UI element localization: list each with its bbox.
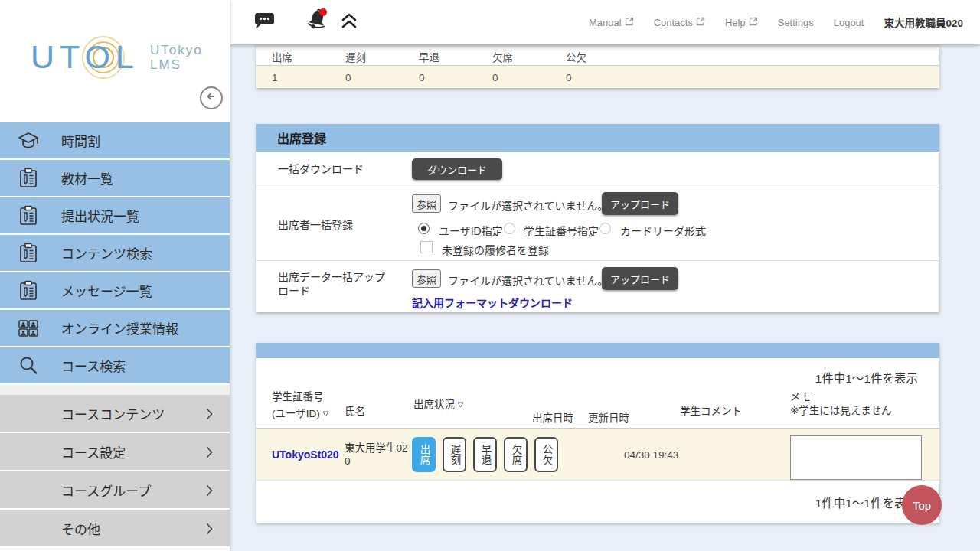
chevron-right-icon xyxy=(206,446,213,461)
format-download-link[interactable]: 記入用フォーマットダウンロード xyxy=(412,295,573,310)
sidebar-item-online-class-info[interactable]: オンライン授業情報 xyxy=(0,310,230,347)
browse-file-button[interactable]: 参照 xyxy=(412,269,441,288)
download-button[interactable]: ダウンロード xyxy=(412,158,502,180)
no-file-selected-text: ファイルが選択されていません。 xyxy=(448,272,608,288)
memo-textarea[interactable] xyxy=(790,435,922,480)
main-content: 出席 遅刻 早退 欠席 公欠 1 0 0 0 0 出席登録 一括ダウンロード ダ… xyxy=(230,44,980,551)
sidebar-item-label: メッセージ一覧 xyxy=(61,281,152,300)
col-header-attend-time: 出席日時 xyxy=(532,410,573,427)
sidebar-item-others[interactable]: その他 xyxy=(0,510,230,548)
sort-icon[interactable] xyxy=(457,396,464,413)
sidebar-item-label: 提出状況一覧 xyxy=(61,206,139,225)
sidebar-item-label: コース検索 xyxy=(61,356,126,375)
search-icon xyxy=(15,355,41,377)
summary-value: 0 xyxy=(345,72,351,83)
unregistered-students-checkbox[interactable] xyxy=(420,241,433,253)
messages-button[interactable] xyxy=(254,0,275,44)
col-header-student-id[interactable]: 学生証番号 (ユーザID) xyxy=(272,389,329,422)
sidebar-item-course-search[interactable]: コース検索 xyxy=(0,347,230,385)
table-top-bar xyxy=(256,343,939,358)
sidebar-item-course-group[interactable]: コースグループ xyxy=(0,471,230,510)
no-file-selected-text: ファイルが選択されていません。 xyxy=(448,197,608,213)
data-bulk-upload-row: 出席データ一括アップロード 参照 ファイルが選択されていません。 アップロード … xyxy=(256,261,939,311)
sidebar-item-submission-status[interactable]: 提出状況一覧 xyxy=(0,197,230,235)
upload-button[interactable]: アップロード xyxy=(602,192,678,215)
settings-link[interactable]: Settings xyxy=(778,17,814,28)
sidebar-item-label: コース設定 xyxy=(61,442,126,461)
attendance-summary-table: 出席 遅刻 早退 欠席 公欠 1 0 0 0 0 xyxy=(256,44,939,88)
materials-list-icon xyxy=(15,168,41,189)
unregistered-students-label[interactable]: 未登録の履修者を登録 xyxy=(442,242,549,257)
status-button-present[interactable]: 出席 xyxy=(412,437,436,472)
status-button-absent[interactable]: 欠席 xyxy=(504,437,528,472)
summary-value: 0 xyxy=(419,72,425,83)
sidebar-item-label: 時間割 xyxy=(61,131,100,150)
attendance-registration-section: 出席登録 一括ダウンロード ダウンロード 出席者一括登録 参照 ファイルが選択さ… xyxy=(256,124,939,312)
browse-file-button[interactable]: 参照 xyxy=(412,194,441,213)
chevron-right-icon xyxy=(206,408,213,423)
status-button-early-leave[interactable]: 早退 xyxy=(473,437,497,472)
result-count-top: 1件中1〜1件を表示 xyxy=(815,369,918,386)
radio-user-id-label[interactable]: ユーザID指定 xyxy=(439,223,503,238)
sidebar-item-messages[interactable]: メッセージ一覧 xyxy=(0,272,230,310)
summary-col-header: 公欠 xyxy=(566,49,586,64)
logout-link[interactable]: Logout xyxy=(834,17,864,28)
external-link-icon xyxy=(625,17,634,28)
manual-link[interactable]: Manual xyxy=(589,17,634,28)
content-search-icon xyxy=(15,243,41,264)
radio-user-id[interactable] xyxy=(418,223,430,234)
sidebar-collapse-button[interactable] xyxy=(200,86,223,109)
contacts-link[interactable]: Contacts xyxy=(654,17,705,28)
sidebar-section-divider xyxy=(0,385,230,395)
student-id-link[interactable]: UTokyoSt020 xyxy=(272,448,339,461)
sidebar-item-label: コースグループ xyxy=(61,481,151,500)
graduation-cap-icon xyxy=(15,131,41,151)
summary-col-header: 欠席 xyxy=(492,49,513,64)
external-link-icon xyxy=(696,17,705,28)
bulk-download-label: 一括ダウンロード xyxy=(278,163,400,177)
data-bulk-upload-label: 出席データ一括アップロード xyxy=(278,271,393,298)
radio-card-reader-label[interactable]: カードリーダ形式 xyxy=(620,223,706,238)
sort-icon[interactable] xyxy=(322,406,329,422)
status-button-late[interactable]: 遅刻 xyxy=(443,437,466,472)
help-link[interactable]: Help xyxy=(725,17,758,28)
update-time-value: 04/30 19:43 xyxy=(624,449,678,461)
submissions-list-icon xyxy=(15,205,41,227)
app-logo-subtitle: UTokyo LMS xyxy=(150,43,203,72)
student-name: 東大用学生020 xyxy=(345,442,410,468)
user-name: 東大用教職員020 xyxy=(884,15,963,30)
external-link-icon xyxy=(749,17,758,28)
sidebar-item-label: その他 xyxy=(61,519,100,538)
radio-student-number[interactable] xyxy=(504,223,515,234)
attendee-bulk-register-row: 出席者一括登録 参照 ファイルが選択されていません。 アップロード ユーザID指… xyxy=(256,187,939,261)
topbar: Manual Contacts Help Settings Logout 東大用… xyxy=(230,0,980,44)
sidebar-item-course-contents[interactable]: コースコンテンツ xyxy=(0,395,230,433)
bulk-download-row: 一括ダウンロード ダウンロード xyxy=(256,152,939,187)
radio-card-reader[interactable] xyxy=(599,223,611,234)
upload-button[interactable]: アップロード xyxy=(602,267,678,290)
radio-student-number-label[interactable]: 学生証番号指定 xyxy=(524,223,599,238)
chevron-right-icon xyxy=(206,523,213,538)
collapse-all-button[interactable] xyxy=(340,0,358,44)
logo-area: UTOL UTokyo LMS xyxy=(0,0,230,122)
back-arrow-icon xyxy=(205,90,217,106)
attendee-bulk-label: 出席者一括登録 xyxy=(278,219,400,233)
double-chevron-up-icon xyxy=(340,12,358,32)
col-header-status[interactable]: 出席状況 xyxy=(413,396,464,413)
summary-col-header: 早退 xyxy=(419,49,439,64)
sidebar-item-label: コースコンテンツ xyxy=(61,404,165,423)
sidebar-item-course-settings[interactable]: コース設定 xyxy=(0,433,230,471)
summary-value: 0 xyxy=(492,72,498,83)
summary-value: 1 xyxy=(272,72,278,83)
sidebar-item-content-search[interactable]: コンテンツ検索 xyxy=(0,235,230,272)
sidebar-item-timetable[interactable]: 時間割 xyxy=(0,122,230,160)
col-header-memo: メモ ※学生には見えません xyxy=(790,390,891,418)
col-header-student-comment: 学生コメント xyxy=(680,403,742,420)
col-header-update-time: 更新日時 xyxy=(588,410,629,427)
summary-col-header: 遅刻 xyxy=(345,49,366,64)
summary-value: 0 xyxy=(566,72,572,83)
notifications-button[interactable] xyxy=(303,0,331,44)
scroll-to-top-button[interactable]: Top xyxy=(902,485,942,525)
sidebar-item-materials[interactable]: 教材一覧 xyxy=(0,160,230,197)
status-button-excused[interactable]: 公欠 xyxy=(534,437,558,472)
